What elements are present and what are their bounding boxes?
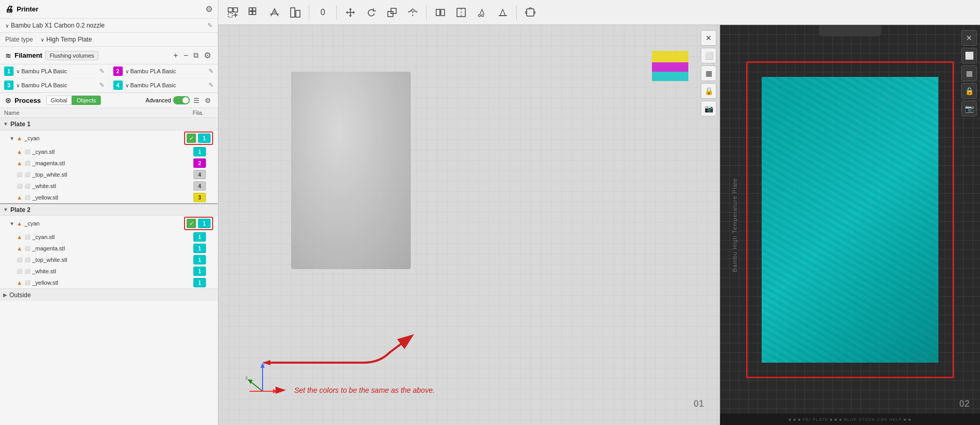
- box-icon-topwhite: ⬜: [17, 172, 22, 177]
- plate2-check[interactable]: ✓: [187, 219, 196, 228]
- plate-type-label: Plate type: [5, 36, 36, 43]
- plate02-lock-btn[interactable]: 🔒: [961, 83, 977, 99]
- fila-badge-magenta-1[interactable]: 2: [193, 158, 206, 168]
- toolbar-orient[interactable]: A: [265, 3, 284, 22]
- add-filament-button[interactable]: +: [172, 50, 179, 61]
- plate02-table-btn[interactable]: ▦: [961, 65, 977, 81]
- plate1-cyan-group[interactable]: ▼ ▲ _cyan: [0, 132, 181, 144]
- plate1-file-cyan[interactable]: ▲ ⬜ _cyan.stl: [0, 146, 181, 157]
- filament-slot-3[interactable]: 3 ∨ Bambu PLA Basic ✎: [0, 78, 109, 92]
- plate01-view-btn[interactable]: ⬜: [701, 48, 716, 63]
- plate1-file-yellow[interactable]: ▲ ⬜ _yellow.stl: [0, 192, 181, 203]
- plate2-cyan-group[interactable]: ▼ ▲ _cyan: [0, 218, 181, 229]
- plate1-file-topwhite[interactable]: ⬜ ⬜ _top_white.stl: [0, 169, 181, 180]
- process-tabs: Global Objects: [46, 96, 101, 105]
- plate-type-selector[interactable]: ∨ High Temp Plate: [41, 36, 92, 43]
- process-grid-icon[interactable]: ⚙: [203, 96, 213, 105]
- p2-fila-badge-tw[interactable]: 1: [193, 255, 206, 264]
- plate02-close-btn[interactable]: ✕: [961, 30, 977, 46]
- outside-row[interactable]: ▶ Outside: [0, 288, 218, 301]
- tab-objects[interactable]: Objects: [72, 96, 100, 105]
- plate2-file-magenta[interactable]: ▲ ⬜ _magenta.stl: [0, 243, 181, 254]
- tree-header-name: Name: [4, 110, 182, 116]
- plate1-file-topwhite-fila: 4: [181, 170, 218, 179]
- svg-text:z: z: [245, 375, 248, 380]
- plate1-file-cyan-name: _cyan.stl: [32, 149, 55, 155]
- plate2-file-yellow-row: ▲ ⬜ _yellow.stl 1: [0, 277, 218, 288]
- p2-fila-badge-mag[interactable]: 1: [193, 244, 206, 253]
- plate2-file-yellow-name: _yellow.stl: [32, 280, 58, 286]
- svg-marker-31: [276, 387, 286, 394]
- plate1-fila-badge-1[interactable]: 1: [198, 134, 211, 143]
- plate2-fila-badge-1[interactable]: 1: [198, 219, 211, 228]
- plate1-file-magenta[interactable]: ▲ ⬜ _magenta.stl: [0, 157, 181, 169]
- plate2-file-cyan-row: ▲ ⬜ _cyan.stl 1: [0, 231, 218, 243]
- plate-type-value-text: High Temp Plate: [46, 36, 92, 43]
- plate02-view-btn[interactable]: ⬜: [961, 48, 977, 63]
- plate1-file-white[interactable]: ⬜ ⬜ _white.stl: [0, 180, 181, 192]
- plate02-cyan-object: [762, 77, 938, 363]
- plate01-table-btn[interactable]: ▦: [701, 65, 716, 81]
- fila-badge-cyan-1[interactable]: 1: [193, 147, 206, 156]
- filament-slot-2[interactable]: 2 ∨ Bambu PLA Basic ✎: [109, 64, 218, 78]
- plate1-fila-box-container: ✓ 1: [181, 130, 218, 146]
- slot-edit-4[interactable]: ✎: [208, 82, 214, 89]
- plate01-3d-object: [291, 72, 411, 269]
- flushing-volumes-button[interactable]: Flushing volumes: [45, 51, 98, 60]
- plate02-cam-btn[interactable]: 📷: [961, 101, 977, 116]
- fila-badge-white-1[interactable]: 4: [193, 181, 206, 191]
- toolbar-scale[interactable]: [383, 3, 401, 22]
- slot-dropdown-4: ∨: [125, 83, 129, 88]
- plate2-header[interactable]: ▼ Plate 2: [0, 203, 218, 216]
- toolbar-plugin[interactable]: [521, 3, 540, 22]
- toolbar-grid[interactable]: [244, 3, 263, 22]
- printer-edit-icon[interactable]: ✎: [207, 22, 213, 29]
- process-list-icon[interactable]: ☰: [192, 96, 201, 105]
- plate2-file-cyan[interactable]: ▲ ⬜ _cyan.stl: [0, 231, 181, 243]
- plate2-file-white[interactable]: ⬜ ⬜ _white.stl: [0, 265, 181, 277]
- plate2-file-yellow[interactable]: ▲ ⬜ _yellow.stl: [0, 277, 181, 288]
- plate01-cam-btn[interactable]: 📷: [701, 101, 716, 116]
- toolbar-arrange[interactable]: [286, 3, 305, 22]
- printer-gear-icon[interactable]: ⚙: [205, 4, 213, 14]
- slot-edit-1[interactable]: ✎: [99, 68, 104, 75]
- toolbar-split-obj[interactable]: [431, 3, 450, 22]
- toolbar-mirror[interactable]: [403, 3, 422, 22]
- plate2-file-white-row: ⬜ ⬜ _white.stl 1: [0, 265, 218, 277]
- toolbar-move[interactable]: [341, 3, 360, 22]
- toolbar-cut[interactable]: [473, 3, 491, 22]
- svg-rect-7: [249, 11, 252, 15]
- remove-filament-button[interactable]: −: [182, 50, 190, 61]
- plate1-header[interactable]: ▼ Plate 1: [0, 118, 218, 130]
- filament-settings-button[interactable]: ⚙: [202, 50, 213, 61]
- p2-fila-badge-w[interactable]: 1: [193, 267, 206, 276]
- printer-name[interactable]: ∨ Bambu Lab X1 Carbon 0.2 nozzle: [5, 22, 104, 29]
- p2-box-w2: ⬜: [24, 269, 30, 274]
- plate01-side-buttons: ✕ ⬜ ▦ 🔒 📷: [701, 30, 716, 116]
- toolbar-split-plate[interactable]: [452, 3, 471, 22]
- slot-edit-2[interactable]: ✎: [208, 68, 214, 75]
- plate2-file-topwhite[interactable]: ⬜ ⬜ _top_white.stl: [0, 254, 181, 265]
- filament-slot-4[interactable]: 4 ∨ Bambu PLA Basic ✎: [109, 78, 218, 92]
- tab-global[interactable]: Global: [46, 96, 72, 105]
- p2-fila-badge-cyan[interactable]: 1: [193, 232, 206, 242]
- fila-badge-topwhite-1[interactable]: 4: [193, 170, 206, 179]
- triangle-icon-1: ▲: [17, 135, 22, 141]
- toolbar-add-shape[interactable]: [224, 3, 242, 22]
- plate1-check[interactable]: ✓: [187, 134, 196, 143]
- plate2-group-row: ▼ ▲ _cyan ✓ 1: [0, 216, 218, 231]
- toolbar-rotate[interactable]: [362, 3, 381, 22]
- toolbar-support[interactable]: [493, 3, 512, 22]
- copy-filament-button[interactable]: ⧉: [192, 50, 200, 60]
- advanced-toggle[interactable]: [173, 96, 190, 104]
- plate01-lock-btn[interactable]: 🔒: [701, 83, 716, 99]
- fila-badge-yellow-1[interactable]: 3: [193, 193, 206, 202]
- plate01-close-btn[interactable]: ✕: [701, 30, 716, 46]
- slot-edit-3[interactable]: ✎: [99, 82, 104, 89]
- toolbar-num-0[interactable]: 0: [313, 3, 332, 22]
- p2-fila-badge-yellow[interactable]: 1: [193, 278, 206, 287]
- filament-slot-1[interactable]: 1 ∨ Bambu PLA Basic ✎: [0, 64, 109, 78]
- svg-rect-12: [388, 11, 393, 17]
- printer-name-row: ∨ Bambu Lab X1 Carbon 0.2 nozzle ✎: [0, 19, 218, 33]
- p2-box-tw2: ⬜: [24, 257, 30, 262]
